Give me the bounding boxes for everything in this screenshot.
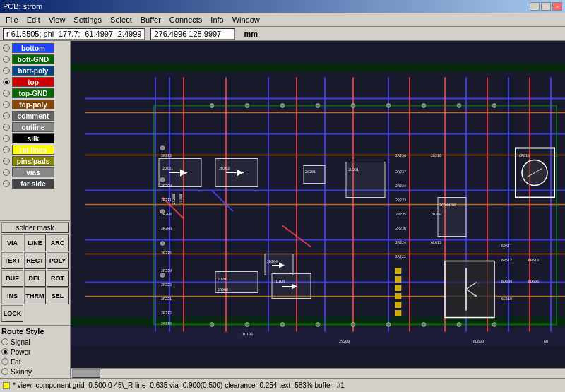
menu-item-settings[interactable]: Settings: [69, 15, 106, 25]
scrollbar-thumb[interactable]: [72, 369, 100, 378]
layer-item-rat-lines[interactable]: rat lines: [1, 144, 69, 155]
svg-text:6U: 6U: [544, 339, 548, 343]
layer-radio-top-GND[interactable]: [3, 90, 10, 97]
horizontal-scrollbar[interactable]: [71, 368, 565, 378]
route-radio-signal[interactable]: [1, 338, 8, 345]
tool-button-del[interactable]: DEL: [24, 270, 46, 287]
svg-text:2D204: 2D204: [267, 259, 278, 263]
layer-color-top[interactable]: top: [12, 77, 54, 87]
svg-text:2U208: 2U208: [179, 194, 183, 204]
layer-radio-bottom[interactable]: [3, 44, 10, 52]
layer-item-far-side[interactable]: far side: [1, 178, 69, 189]
layer-radio-comment[interactable]: [3, 112, 10, 119]
layer-color-bottom[interactable]: bottom: [12, 43, 54, 53]
svg-text:2D201: 2D201: [162, 166, 173, 170]
layer-list: bottombott-GNDbott-polytoptop-GNDtop-pol…: [0, 41, 70, 220]
menu-item-edit[interactable]: Edit: [23, 15, 44, 25]
menu-item-view[interactable]: View: [44, 15, 70, 25]
close-button[interactable]: ×: [552, 2, 562, 11]
svg-text:2R208: 2R208: [172, 194, 176, 204]
layer-item-bott-poly[interactable]: bott-poly: [1, 65, 69, 76]
position-display: 276.4996 128.9997: [150, 28, 235, 40]
tool-button-buf[interactable]: BUF: [1, 270, 23, 287]
layer-color-comment[interactable]: comment: [12, 111, 54, 121]
layer-item-silk[interactable]: silk: [1, 133, 69, 144]
tool-button-thrm[interactable]: THRM: [24, 287, 46, 304]
tool-button-poly[interactable]: POLY: [47, 252, 69, 269]
layer-item-pins-pads[interactable]: pins/pads: [1, 155, 69, 167]
tool-button-rect[interactable]: RECT: [24, 252, 46, 269]
layer-item-top-GND[interactable]: top-GND: [1, 88, 69, 99]
solder-mask-button[interactable]: solder mask: [1, 222, 69, 233]
layer-item-bott-GND[interactable]: bott-GND: [1, 54, 69, 65]
layer-radio-pins-pads[interactable]: [3, 158, 10, 165]
coords-display: r 61.5505; phi -177.7; -61.4997 -2.4999: [3, 28, 145, 40]
layer-item-top-poly[interactable]: top-poly: [1, 99, 69, 110]
maximize-button[interactable]: □: [541, 2, 551, 11]
layer-item-vias[interactable]: vias: [1, 167, 69, 178]
layer-item-bottom[interactable]: bottom: [1, 42, 69, 54]
route-style-panel: Route Style SignalPowerFatSkinny: [0, 325, 70, 378]
menu-item-buffer[interactable]: Buffer: [136, 15, 165, 25]
pcb-canvas-area[interactable]: 2D201 2D202 2R213 2R209 2R211 2R208 2R20…: [71, 41, 565, 368]
menu-item-window[interactable]: Window: [228, 15, 264, 25]
layer-radio-top-poly[interactable]: [3, 101, 10, 108]
layer-color-vias[interactable]: vias: [12, 167, 54, 177]
svg-text:2D202: 2D202: [219, 166, 230, 170]
tool-button-text[interactable]: TEXT: [1, 252, 23, 269]
layer-radio-rat-lines[interactable]: [3, 146, 10, 153]
route-radio-fat[interactable]: [1, 358, 8, 365]
menu-item-file[interactable]: File: [1, 15, 23, 25]
tool-button-via[interactable]: VIA: [1, 234, 23, 251]
layer-item-comment[interactable]: comment: [1, 110, 69, 121]
svg-text:2D291: 2D291: [218, 277, 228, 281]
svg-text:2CONN200: 2CONN200: [439, 203, 456, 207]
svg-rect-131: [396, 311, 401, 316]
svg-text:6L613: 6L613: [431, 240, 441, 244]
layer-radio-top[interactable]: [3, 78, 10, 85]
route-option-fat[interactable]: Fat: [1, 357, 69, 367]
route-option-signal[interactable]: Signal: [1, 337, 69, 347]
canvas-container: 2D201 2D202 2R213 2R209 2R211 2R208 2R20…: [71, 41, 565, 378]
layer-radio-far-side[interactable]: [3, 180, 10, 187]
svg-text:2R223: 2R223: [161, 283, 172, 287]
menu-item-info[interactable]: Info: [206, 15, 227, 25]
layer-item-top[interactable]: top: [1, 76, 69, 88]
svg-rect-83: [445, 261, 494, 318]
layer-radio-vias[interactable]: [3, 169, 10, 176]
titlebar-title: PCB: strom: [3, 2, 42, 11]
minimize-button[interactable]: _: [530, 2, 540, 11]
layer-radio-outline[interactable]: [3, 124, 10, 131]
layer-color-bott-GND[interactable]: bott-GND: [12, 54, 54, 64]
tool-button-rot[interactable]: ROT: [47, 270, 69, 287]
route-option-power[interactable]: Power: [1, 347, 69, 357]
tool-button-ins[interactable]: INS: [1, 287, 23, 304]
svg-text:2R211: 2R211: [161, 198, 172, 202]
layer-color-top-poly[interactable]: top-poly: [12, 100, 54, 109]
svg-text:2R206: 2R206: [161, 226, 172, 230]
layer-color-silk[interactable]: silk: [12, 133, 54, 143]
layer-radio-silk[interactable]: [3, 135, 10, 142]
tool-button-sel[interactable]: SEL: [47, 287, 69, 304]
svg-text:6D605: 6D605: [528, 279, 539, 283]
tool-button-lock[interactable]: LOCK: [1, 305, 23, 322]
layer-color-top-GND[interactable]: top-GND: [12, 88, 54, 98]
route-option-skinny[interactable]: Skinny: [1, 367, 69, 376]
svg-text:6R610: 6R610: [519, 153, 530, 158]
svg-text:2C201: 2C201: [305, 170, 316, 174]
layer-radio-bott-GND[interactable]: [3, 56, 10, 63]
tool-button-arc[interactable]: ARC: [47, 234, 69, 251]
menu-item-connects[interactable]: Connects: [165, 15, 206, 25]
layer-color-outline[interactable]: outline: [12, 122, 54, 132]
layer-color-bott-poly[interactable]: bott-poly: [12, 66, 54, 76]
layer-radio-bott-poly[interactable]: [3, 67, 10, 74]
layer-color-rat-lines[interactable]: rat lines: [12, 145, 54, 155]
titlebar: PCB: strom _ □ ×: [0, 0, 565, 13]
tool-button-line[interactable]: LINE: [24, 234, 46, 251]
layer-item-outline[interactable]: outline: [1, 121, 69, 133]
menu-item-select[interactable]: Select: [106, 15, 136, 25]
layer-color-pins-pads[interactable]: pins/pads: [12, 156, 54, 166]
route-radio-power[interactable]: [1, 348, 8, 355]
route-radio-skinny[interactable]: [1, 368, 8, 375]
layer-color-far-side[interactable]: far side: [12, 179, 54, 189]
